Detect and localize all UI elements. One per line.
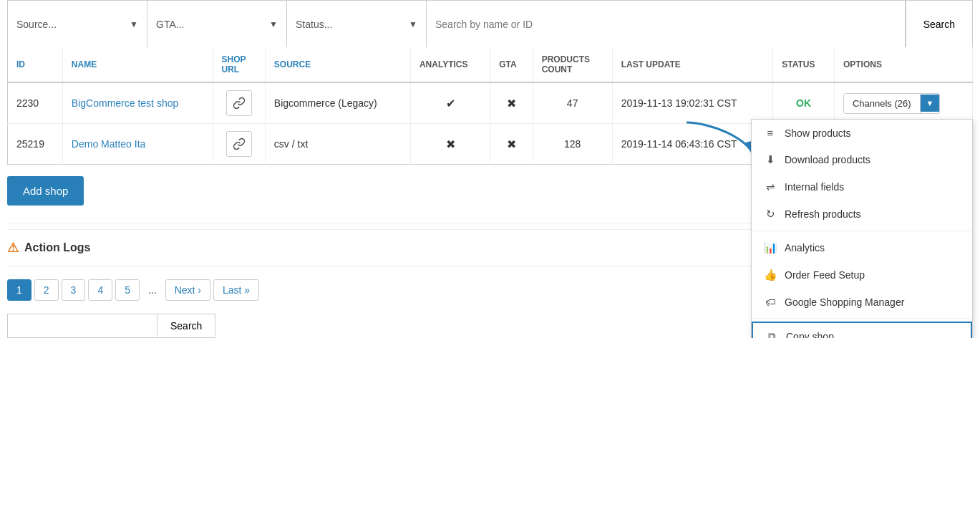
- warning-icon: ⚠: [7, 240, 19, 256]
- menu-item-icon: ⬇: [763, 153, 777, 166]
- cell-gta: ✖: [490, 82, 533, 124]
- cross-icon: ✖: [507, 138, 516, 150]
- dropdown-menu-item[interactable]: ⬇Download products: [752, 146, 972, 173]
- menu-item-label: Google Shopping Manager: [785, 296, 904, 308]
- cell-shop-url: [213, 82, 265, 124]
- cross-icon: ✖: [507, 97, 516, 110]
- menu-item-label: Analytics: [785, 242, 825, 254]
- col-header-options[interactable]: OPTIONS: [834, 47, 972, 82]
- cell-source: csv / txt: [265, 124, 410, 165]
- menu-item-label: Refresh products: [785, 208, 861, 220]
- page-3-btn[interactable]: 3: [62, 279, 86, 301]
- status-badge: OK: [796, 97, 811, 109]
- cell-options: Channels (26)▼: [834, 82, 972, 124]
- page-2-btn[interactable]: 2: [34, 279, 59, 301]
- menu-item-icon: ⧉: [765, 330, 779, 338]
- dropdown-menu-item[interactable]: ↻Refresh products: [752, 201, 972, 228]
- cell-last-update: 2019-11-13 19:02:31 CST: [612, 82, 773, 124]
- check-icon: ✔: [446, 97, 455, 110]
- dropdown-menu-item[interactable]: ⇌Internal fields: [752, 173, 972, 201]
- col-header-status[interactable]: STATUS: [773, 47, 835, 82]
- table-row: 2230BigCommerce test shopBigcommerce (Le…: [8, 82, 973, 124]
- last-page-btn[interactable]: Last »: [213, 279, 259, 301]
- menu-divider: [752, 318, 972, 319]
- cell-shop-url: [213, 124, 265, 165]
- status-filter[interactable]: Status... ▼: [287, 1, 427, 47]
- status-filter-label: Status...: [296, 19, 332, 30]
- shop-url-link-icon[interactable]: [226, 131, 252, 157]
- channels-btn-label: Channels (26): [844, 94, 921, 113]
- action-logs-title: Action Logs: [24, 241, 90, 254]
- shop-name-link[interactable]: Demo Matteo Ita: [72, 138, 146, 150]
- next-page-btn[interactable]: Next ›: [165, 279, 210, 301]
- pagination-dots: ...: [142, 280, 162, 300]
- col-header-last-update[interactable]: LAST UPDATE: [612, 47, 773, 82]
- shop-name-link[interactable]: BigCommerce test shop: [72, 97, 178, 109]
- name-id-search-bar: [427, 1, 906, 47]
- top-search-button[interactable]: Search: [906, 1, 972, 47]
- cell-name: BigCommerce test shop: [62, 82, 213, 124]
- cell-analytics: ✔: [410, 82, 490, 124]
- col-header-shop-url[interactable]: SHOPURL: [213, 47, 265, 82]
- col-header-source[interactable]: SOURCE: [265, 47, 410, 82]
- menu-item-icon: 📊: [763, 241, 777, 254]
- cell-status: OK: [773, 82, 835, 124]
- channels-button[interactable]: Channels (26)▼: [843, 93, 941, 114]
- page-4-btn[interactable]: 4: [88, 279, 112, 301]
- cell-products-count: 47: [533, 82, 612, 124]
- shop-url-link-icon[interactable]: [226, 90, 252, 116]
- cell-source: Bigcommerce (Legacy): [265, 82, 410, 124]
- menu-item-label: Show products: [785, 127, 851, 139]
- menu-item-icon: ⇌: [763, 180, 777, 193]
- dropdown-menu-item[interactable]: 📊Analytics: [752, 234, 972, 261]
- source-filter[interactable]: Source... ▼: [8, 1, 147, 47]
- dropdown-menu-item[interactable]: 🏷Google Shopping Manager: [752, 289, 972, 315]
- cell-id: 25219: [8, 124, 63, 165]
- cell-name: Demo Matteo Ita: [62, 124, 213, 165]
- col-header-products-count[interactable]: PRODUCTSCOUNT: [533, 47, 612, 82]
- dropdown-menu-item[interactable]: ≡Show products: [752, 120, 972, 146]
- page-5-btn[interactable]: 5: [115, 279, 140, 301]
- cell-last-update: 2019-11-14 06:43:16 CST: [612, 124, 773, 165]
- source-filter-label: Source...: [16, 19, 57, 30]
- col-header-id[interactable]: ID: [8, 47, 63, 82]
- name-id-search-input[interactable]: [435, 19, 896, 30]
- menu-divider: [752, 231, 972, 231]
- col-header-analytics[interactable]: ANALYTICS: [410, 47, 490, 82]
- cell-gta: ✖: [490, 124, 533, 165]
- menu-item-icon: ↻: [763, 208, 777, 221]
- page-1-btn[interactable]: 1: [7, 279, 31, 301]
- source-filter-arrow: ▼: [130, 19, 138, 29]
- menu-item-icon: 🏷: [763, 296, 777, 308]
- cell-products-count: 128: [533, 124, 612, 165]
- col-header-name[interactable]: NAME: [62, 47, 213, 82]
- menu-item-icon: 👍: [763, 269, 777, 281]
- dropdown-menu-item[interactable]: ⧉Copy shop: [752, 322, 972, 338]
- menu-item-label: Download products: [785, 154, 870, 165]
- menu-item-icon: ≡: [763, 127, 777, 139]
- col-header-gta[interactable]: GTA: [490, 47, 533, 82]
- options-dropdown-menu: ≡Show products⬇Download products⇌Interna…: [751, 119, 973, 338]
- gta-filter-label: GTA...: [156, 19, 184, 30]
- gta-filter-arrow: ▼: [269, 19, 278, 29]
- cell-analytics: ✖: [410, 124, 490, 165]
- add-shop-button[interactable]: Add shop: [7, 176, 84, 206]
- bottom-search-button[interactable]: Search: [157, 314, 215, 338]
- dropdown-menu-item[interactable]: 👍Order Feed Setup: [752, 261, 972, 289]
- menu-item-label: Order Feed Setup: [785, 269, 865, 281]
- gta-filter[interactable]: GTA... ▼: [147, 1, 287, 47]
- cross-icon: ✖: [446, 138, 455, 150]
- bottom-search-input[interactable]: [7, 314, 157, 338]
- channels-btn-dropdown-arrow[interactable]: ▼: [921, 95, 940, 112]
- filter-bar: Source... ▼ GTA... ▼ Status... ▼ Search: [7, 0, 973, 47]
- menu-item-label: Internal fields: [785, 181, 844, 193]
- menu-item-label: Copy shop: [786, 331, 834, 338]
- shops-table-wrapper: ID NAME SHOPURL SOURCE ANALYTICS GTA PRO…: [7, 47, 973, 165]
- status-filter-arrow: ▼: [409, 19, 417, 29]
- cell-id: 2230: [8, 82, 63, 124]
